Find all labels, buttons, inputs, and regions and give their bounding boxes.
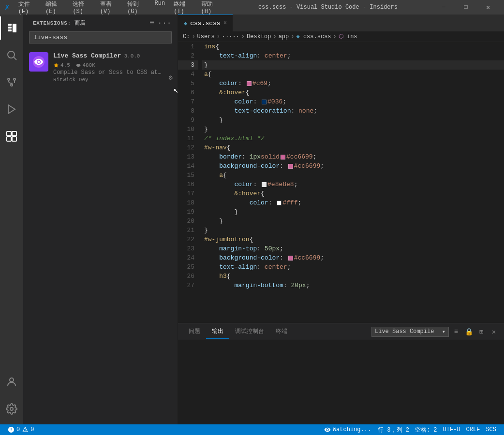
panel-close-icon[interactable]: ✕ bbox=[489, 326, 499, 337]
menu-view[interactable]: 查看(V) bbox=[96, 0, 122, 16]
panel-list-icon[interactable]: ≡ bbox=[451, 326, 461, 337]
menu-edit[interactable]: 编辑(E) bbox=[42, 0, 68, 16]
panel-tab-debug[interactable]: 调试控制台 bbox=[229, 324, 270, 339]
line-num-18: 18 bbox=[178, 198, 198, 207]
status-spaces[interactable]: 空格: 2 bbox=[412, 426, 440, 434]
activity-search[interactable] bbox=[0, 44, 23, 67]
activity-bar bbox=[0, 14, 23, 424]
close-button[interactable]: ✕ bbox=[477, 0, 499, 14]
panel-tab-terminal[interactable]: 终端 bbox=[270, 324, 293, 339]
bc-section-name: ins bbox=[347, 33, 357, 40]
bc-sep-1: › bbox=[192, 33, 195, 40]
bc-sep-4: › bbox=[273, 33, 276, 40]
editor-area: ◆ css.scss × C: › Users › ····· › Deskto… bbox=[178, 14, 504, 323]
extension-info: Live Sass Compiler 3.0.0 4.5 480K Compil… bbox=[53, 52, 172, 83]
code-line-14: ····background-color: #cc6699; bbox=[202, 161, 504, 171]
line-num-17: 17 bbox=[178, 189, 198, 198]
activity-settings[interactable] bbox=[0, 397, 23, 420]
live-sass-selector[interactable]: Live Sass Compile ▾ bbox=[371, 327, 449, 337]
status-line-col[interactable]: 行 3，列 2 bbox=[375, 426, 412, 434]
activity-source-control[interactable] bbox=[0, 71, 23, 94]
line-num-2: 2 bbox=[178, 51, 198, 60]
menu-select[interactable]: 选择(S) bbox=[69, 0, 95, 16]
line-num-7: 7 bbox=[178, 97, 198, 106]
panel-tab-problems[interactable]: 问题 bbox=[183, 324, 206, 339]
sidebar: EXTENSIONS: 商店 ≡ ··· Live Sass Co bbox=[23, 14, 178, 424]
code-line-16: ········color: #e8e8e8; bbox=[202, 180, 504, 189]
bc-section-icon: ⬡ bbox=[339, 33, 343, 40]
sidebar-more-button[interactable]: ··· bbox=[159, 18, 170, 29]
panel-tab-output[interactable]: 输出 bbox=[206, 324, 229, 339]
watching-text: Watching... bbox=[333, 426, 371, 433]
line-num-26: 26 bbox=[178, 272, 198, 281]
menu-terminal[interactable]: 终端(T) bbox=[170, 0, 196, 16]
line-num-11: 11 bbox=[178, 134, 198, 143]
encoding-text: UTF-8 bbox=[443, 426, 460, 433]
extension-rating: 4.5 480K bbox=[53, 62, 95, 68]
bc-file-name: css.scss bbox=[303, 33, 331, 40]
maximize-button[interactable]: □ bbox=[455, 0, 477, 14]
bc-user[interactable]: ····· bbox=[222, 33, 239, 40]
status-language[interactable]: SCS bbox=[483, 426, 499, 433]
status-encoding[interactable]: UTF-8 bbox=[440, 426, 463, 433]
menu-run[interactable]: Run bbox=[151, 0, 169, 16]
tab-close-button[interactable]: × bbox=[223, 20, 227, 27]
code-line-26: ····h3 { bbox=[202, 272, 504, 281]
svg-point-7 bbox=[14, 78, 15, 80]
window-title: css.scss - Visual Studio Code - Insiders bbox=[223, 4, 432, 11]
code-editor[interactable]: 1 2 3 4 5 6 7 8 9 10 11 12 13 14 15 16 1 bbox=[178, 42, 504, 323]
code-line-2: ····text-align: center; bbox=[202, 51, 504, 60]
bc-desktop[interactable]: Desktop bbox=[247, 33, 271, 40]
activity-debug[interactable] bbox=[0, 98, 23, 121]
status-errors[interactable]: 0 0 bbox=[5, 426, 37, 433]
panel-lock-icon[interactable]: 🔒 bbox=[463, 326, 474, 337]
bc-file[interactable]: ◆ css.scss bbox=[296, 33, 331, 40]
panel-actions: Live Sass Compile ▾ ≡ 🔒 ⊞ ✕ bbox=[371, 326, 499, 337]
activity-accounts[interactable] bbox=[0, 370, 23, 393]
status-line-ending[interactable]: CRLF bbox=[463, 426, 483, 433]
breadcrumb: C: › Users › ····· › Desktop › app › ◆ c… bbox=[178, 31, 504, 42]
svg-line-5 bbox=[14, 58, 17, 60]
line-numbers: 1 2 3 4 5 6 7 8 9 10 11 12 13 14 15 16 1 bbox=[178, 42, 202, 323]
code-line-9: ····} bbox=[202, 116, 504, 125]
line-num-27: 27 bbox=[178, 281, 198, 290]
menu-goto[interactable]: 转到(G) bbox=[123, 0, 149, 16]
activity-explorer[interactable] bbox=[0, 16, 23, 40]
line-num-9: 9 bbox=[178, 116, 198, 125]
extension-description: Compile Sass or Scss to CSS at realtime … bbox=[53, 69, 164, 76]
code-line-4: a { bbox=[202, 70, 504, 79]
code-line-18: ············color: #fff; bbox=[202, 198, 504, 207]
bc-file-icon: ◆ bbox=[296, 33, 299, 40]
line-num-19: 19 bbox=[178, 207, 198, 217]
search-box bbox=[29, 31, 172, 44]
spaces-text: 空格: 2 bbox=[415, 426, 437, 434]
title-menu: 文件(F) 编辑(E) 选择(S) 查看(V) 转到(G) Run 终端(T) … bbox=[15, 0, 223, 16]
bc-section[interactable]: ⬡ ins bbox=[339, 33, 357, 40]
extension-author: Ritwick Dey bbox=[53, 77, 172, 83]
bc-drive[interactable]: C: bbox=[183, 33, 190, 40]
svg-point-15 bbox=[10, 407, 13, 410]
activity-bottom bbox=[0, 370, 23, 424]
extension-item[interactable]: Live Sass Compiler 3.0.0 4.5 480K Compil… bbox=[23, 48, 178, 87]
line-num-14: 14 bbox=[178, 161, 198, 171]
panel-extra-icon[interactable]: ⊞ bbox=[476, 326, 487, 337]
code-line-13: ····border: 1px solid #cc6699; bbox=[202, 152, 504, 161]
bc-app[interactable]: app bbox=[279, 33, 289, 40]
code-line-7: ········color: #036; bbox=[202, 97, 504, 106]
panel-content bbox=[178, 340, 504, 424]
menu-help[interactable]: 帮助(H) bbox=[197, 0, 223, 16]
bc-users[interactable]: Users bbox=[197, 33, 215, 40]
sidebar-actions: ≡ ··· bbox=[147, 18, 170, 29]
code-line-11: /* index.html */ bbox=[202, 134, 504, 143]
minimize-button[interactable]: — bbox=[432, 0, 455, 14]
tab-css-scss[interactable]: ◆ css.scss × bbox=[178, 14, 233, 31]
line-num-25: 25 bbox=[178, 262, 198, 272]
panel-tabs: 问题 输出 调试控制台 终端 Live Sass Compile ▾ ≡ 🔒 ⊞… bbox=[178, 323, 504, 340]
activity-extensions[interactable] bbox=[0, 125, 23, 148]
watching-status[interactable]: Watching... bbox=[320, 426, 375, 433]
sidebar-filter-button[interactable]: ≡ bbox=[147, 18, 157, 29]
code-content[interactable]: ins { ····text-align: center; } a { bbox=[202, 42, 504, 323]
search-input[interactable] bbox=[29, 31, 172, 44]
menu-file[interactable]: 文件(F) bbox=[15, 0, 41, 16]
settings-gear-icon[interactable]: ⚙ bbox=[169, 73, 173, 82]
